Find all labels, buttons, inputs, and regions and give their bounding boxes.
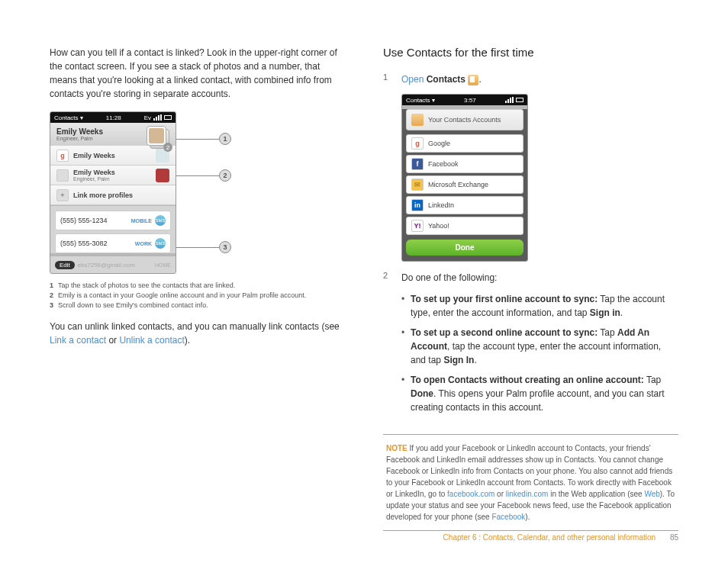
facebook-app-link[interactable]: Facebook [491, 513, 525, 521]
sms-icon[interactable]: SMS [155, 238, 166, 249]
accounts-header: Your Contacts Accounts [406, 109, 523, 130]
page-footer: Chapter 6 : Contacts, Calendar, and othe… [443, 533, 678, 542]
contact-header: Emily Weeks Engineer, Palm 2 [50, 123, 176, 146]
section-title: Use Contacts for the first time [383, 46, 678, 59]
bullet-item: To open Contacts without creating an onl… [401, 373, 678, 414]
account-option-row[interactable]: fFacebook [406, 155, 523, 173]
note-label: NOTE [386, 444, 407, 452]
account-option-row[interactable]: gGoogle [406, 134, 523, 153]
phone2-status-bar: Contacts ▾ 3:57 [402, 95, 527, 105]
signal-icon [505, 97, 514, 103]
status-right [505, 97, 523, 103]
link-a-contact-link[interactable]: Link a contact [50, 335, 106, 346]
phone-frame-2: Contacts ▾ 3:57 Your Contacts Accounts g… [401, 94, 528, 262]
profile-row[interactable]: +Link more profiles [50, 185, 176, 205]
bullet-item: To set up a second online account to syn… [401, 326, 678, 367]
service-icon: f [411, 158, 424, 170]
profile-thumbnail [156, 169, 169, 182]
contact-name: Emily Weeks [56, 127, 103, 136]
step2-intro: Do one of the following: [401, 271, 678, 285]
callout-1: 1 [176, 133, 231, 145]
chapter-label: Chapter 6 : Contacts, Calendar, and othe… [443, 533, 656, 542]
caption-line: 2Emily is a contact in your Google onlin… [50, 291, 345, 299]
bullet-item: To set up your first online account to s… [401, 292, 678, 320]
contacts-icon [411, 114, 424, 126]
avatar-stack[interactable]: 2 [147, 126, 171, 150]
account-type-icon: g [56, 150, 69, 162]
account-type-icon: + [56, 189, 69, 201]
caption-list: 1Tap the stack of photos to see the cont… [50, 282, 345, 309]
page-number: 85 [670, 533, 678, 542]
service-icon: ✉ [411, 179, 424, 191]
phone-frame-1: Contacts ▾ 11:28 Ev Emily Weeks Engineer… [50, 111, 176, 274]
left-column: How can you tell if a contact is linked?… [50, 46, 345, 531]
status-right: Ev [144, 114, 172, 121]
account-option-row[interactable]: Y!Yahoo! [406, 217, 523, 235]
status-app-label: Contacts ▾ [54, 114, 83, 121]
stack-count: 2 [163, 143, 172, 152]
linkedin-link[interactable]: linkedin.com [506, 490, 549, 498]
right-column: Use Contacts for the first time 1 Open C… [383, 46, 678, 531]
service-icon: in [411, 199, 424, 211]
account-option-row[interactable]: inLinkedIn [406, 196, 523, 214]
battery-icon [516, 98, 523, 102]
web-link[interactable]: Web [644, 490, 659, 498]
status-time: 3:57 [464, 97, 476, 104]
open-link[interactable]: Open [401, 74, 424, 85]
battery-icon [164, 115, 172, 120]
phone-number-row[interactable]: (555) 555-3082WORKSMS [55, 233, 171, 253]
done-button[interactable]: Done [406, 240, 523, 256]
linked-contact-screenshot: Contacts ▾ 11:28 Ev Emily Weeks Engineer… [50, 111, 345, 274]
partial-email: eks7256@gmail.com [78, 262, 135, 269]
phone-number-row[interactable]: (555) 555-1234MOBILESMS [55, 211, 171, 230]
bullet-list: To set up your first online account to s… [401, 292, 678, 414]
status-app-label: Contacts ▾ [406, 97, 435, 104]
callout-3: 3 [176, 241, 231, 253]
sms-icon[interactable]: SMS [155, 215, 166, 226]
caption-line: 1Tap the stack of photos to see the cont… [50, 282, 345, 289]
phone-bottom-bar: Edit eks7256@gmail.com HOME [50, 256, 176, 273]
profile-row[interactable]: Emily WeeksEngineer, Palm [50, 166, 176, 185]
contact-title: Engineer, Palm [56, 136, 103, 141]
email-type: HOME [155, 262, 171, 268]
callout-2: 2 [176, 169, 231, 182]
contacts-app-name: Contacts [427, 74, 465, 85]
contacts-app-icon [468, 75, 478, 85]
service-icon: Y! [411, 220, 424, 232]
step-2: 2 Do one of the following: To set up you… [383, 271, 678, 420]
outro-paragraph: You can unlink linked contacts, and you … [50, 320, 345, 347]
intro-paragraph: How can you tell if a contact is linked?… [50, 46, 345, 101]
status-time: 11:28 [106, 114, 121, 121]
step-1: 1 Open Contacts . Contacts ▾ 3:57 [383, 72, 678, 262]
account-type-icon [56, 169, 69, 182]
unlink-a-contact-link[interactable]: Unlink a contact [119, 335, 184, 346]
signal-icon [153, 114, 162, 121]
service-icon: g [411, 137, 424, 150]
phone-status-bar: Contacts ▾ 11:28 Ev [50, 112, 176, 123]
caption-line: 3Scroll down to see Emily's combined con… [50, 301, 345, 309]
edit-button[interactable]: Edit [55, 261, 75, 269]
note-box: NOTE If you add your Facebook or LinkedI… [383, 434, 678, 531]
account-option-row[interactable]: ✉Microsoft Exchange [406, 175, 523, 194]
facebook-link[interactable]: facebook.com [447, 490, 494, 498]
